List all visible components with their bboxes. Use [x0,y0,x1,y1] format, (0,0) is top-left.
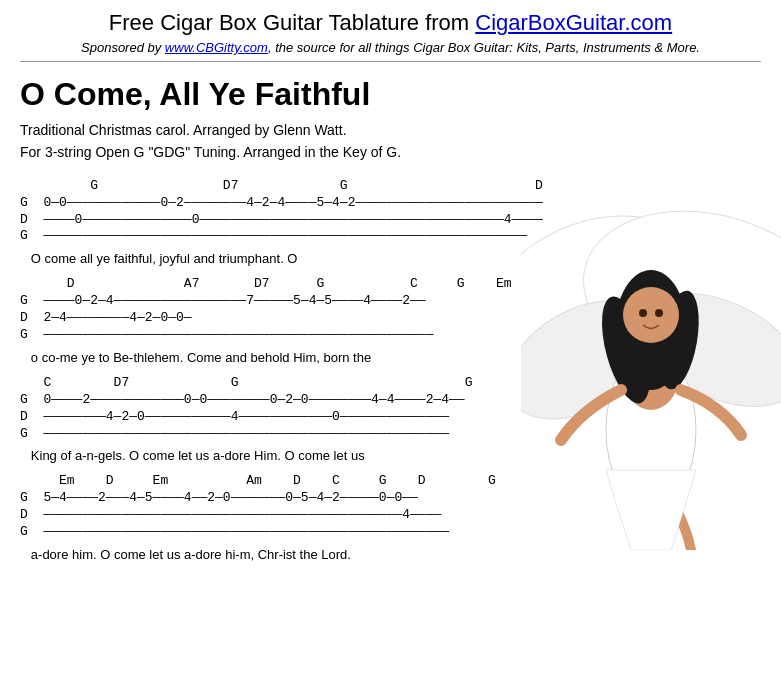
header-divider [20,61,761,62]
cbgitty-link[interactable]: www.CBGitty.com [165,40,268,55]
description-line2: For 3-string Open G "GDG" Tuning. Arrang… [20,141,761,163]
lyrics-2: o co-me ye to Be-thlehem. Come and behol… [20,350,761,365]
header-title-prefix: Free Cigar Box Guitar Tablature from [109,10,475,35]
tab-section-2: D A7 D7 G C G EmG ————0—2—4—————————————… [20,276,761,344]
lyrics-4: a-dore him. O come let us a-dore hi-m, C… [20,547,761,562]
song-title: O Come, All Ye Faithful [20,76,761,113]
page-header: Free Cigar Box Guitar Tablature from Cig… [20,10,761,36]
sponsored-rest: , the source for all things Cigar Box Gu… [268,40,700,55]
song-description: Traditional Christmas carol. Arranged by… [20,119,761,164]
description-line1: Traditional Christmas carol. Arranged by… [20,119,761,141]
tab-section-1: G D7 G DG 0—0————————————0—2————————4—2—… [20,178,761,246]
sponsored-text: Sponsored by [81,40,165,55]
lyrics-1: O come all ye faithful, joyful and trium… [20,251,761,266]
site-link[interactable]: CigarBoxGuitar.com [475,10,672,35]
tab-section-4: Em D Em Am D C G D GG 5—4————2———4—5————… [20,473,761,541]
tab-section-3: C D7 G GG 0————2————————————0—0————————0… [20,375,761,443]
lyrics-3: King of a-n-gels. O come let us a-dore H… [20,448,761,463]
sponsored-line: Sponsored by www.CBGitty.com, the source… [20,40,761,55]
